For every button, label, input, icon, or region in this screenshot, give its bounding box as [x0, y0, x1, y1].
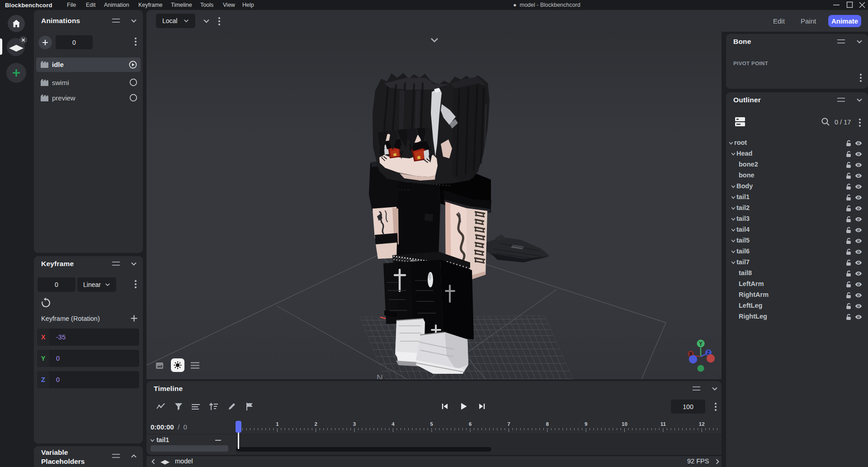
- svg-text:Y: Y: [699, 341, 703, 347]
- svg-text:N: N: [377, 373, 383, 379]
